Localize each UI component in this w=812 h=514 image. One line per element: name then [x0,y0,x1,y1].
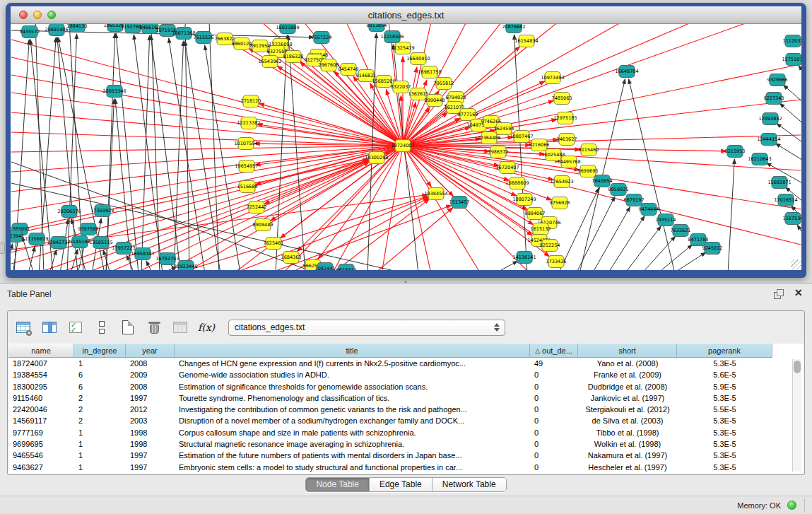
delete-column-icon[interactable] [144,317,164,337]
window-title: citations_edges.txt [11,10,801,21]
svg-text:19654957: 19654957 [235,163,258,169]
table-row[interactable]: 1872400712008Changes of HCN gene express… [8,358,804,369]
tab-network-table[interactable]: Network Table [433,478,506,491]
window-title-bar[interactable]: citations_edges.txt [11,6,801,24]
svg-text:19384554: 19384554 [424,191,447,197]
table-cell: 2 [74,392,126,404]
table-row[interactable]: 911546021997Tourette syndrome. Phenomeno… [8,392,804,404]
column-header-year[interactable]: year [126,344,175,358]
dropdown-arrows-icon [494,323,500,332]
svg-text:12444154: 12444154 [757,136,780,142]
svg-text:1615132: 1615132 [531,226,551,232]
svg-text:15692071: 15692071 [767,180,791,185]
svg-text:20691406: 20691406 [45,27,68,33]
delete-table-icon[interactable] [170,317,190,337]
table-row[interactable]: 1456911722003Disruption of a novel membe… [8,415,804,426]
column-visibility-icon[interactable] [40,317,59,337]
table-mode-icon[interactable] [13,317,33,337]
hidden-panel-tab[interactable] [0,243,5,254]
table-row[interactable]: 946554611997Estimation of the future num… [8,450,804,461]
column-header-short[interactable]: short [578,344,677,358]
svg-text:11156829: 11156829 [25,236,48,242]
svg-text:8454749: 8454749 [339,66,359,72]
svg-text:3624594: 3624594 [494,126,514,132]
table-cell: Wolkin et al. (1998) [578,438,677,450]
row-height-icon[interactable] [92,317,112,337]
table-cell: 18300295 [8,381,74,392]
svg-text:2935114: 2935114 [656,217,676,223]
svg-text:7252442: 7252442 [247,204,267,210]
float-window-icon[interactable] [774,289,784,299]
svg-text:10973493: 10973493 [541,75,564,81]
table-cell: 1 [74,438,126,450]
new-column-icon[interactable] [118,317,138,337]
table-row[interactable]: 1938455462009Genome-wide association stu… [8,369,804,380]
svg-text:9435572: 9435572 [20,29,40,35]
svg-text:14136141: 14136141 [512,255,536,260]
table-cell: Yano et al. (2008) [578,358,677,369]
tab-node-table[interactable]: Node Table [306,478,370,491]
svg-text:7986372: 7986372 [488,149,509,155]
table-row[interactable]: 969969511998Structural magnetic resonanc… [8,438,804,450]
function-builder-icon[interactable]: f(x) [196,317,216,337]
table-row[interactable]: 2242004622012Investigating the contribut… [8,404,804,415]
table-row[interactable]: 1830029562008Estimation of significance … [8,381,804,392]
table-cell: 1997 [126,462,175,473]
svg-text:1167534: 1167534 [783,216,801,221]
svg-text:11325419: 11325419 [391,45,414,51]
row-selection-icon[interactable]: ✓✓ [66,317,86,337]
svg-text:10807467: 10807467 [510,134,533,139]
resize-grip-icon[interactable] [791,259,801,269]
table-panel: Table Panel × ✓✓ f(x) citations_edges.tx… [0,283,812,514]
table-cell: Changes of HCN gene expression and I(f) … [175,358,530,369]
svg-text:8958925: 8958925 [608,187,629,192]
svg-text:15685209: 15685209 [372,78,395,84]
table-cell: 2008 [126,381,175,392]
svg-text:1884130: 1884130 [67,24,88,29]
svg-text:16720407: 16720407 [495,165,519,170]
table-cell: Disruption of a novel member of a sodium… [175,415,530,426]
table-row[interactable]: 946362711997Embryonic stem cells: a mode… [8,462,804,473]
svg-text:1733426: 1733426 [546,259,567,264]
table-cell: 0 [530,462,578,473]
table-cell: 22420046 [8,404,74,415]
svg-text:16033809: 16033809 [276,25,299,30]
svg-text:8186328: 8186328 [283,54,304,59]
svg-text:20053346: 20053346 [102,88,126,94]
svg-text:8912954: 8912954 [250,43,271,49]
column-header-title[interactable]: title [175,344,530,358]
svg-text:8909489: 8909489 [253,222,273,228]
column-header-in_degree[interactable]: in_degree [74,344,126,358]
svg-text:9245012: 9245012 [702,245,723,251]
svg-text:8322037: 8322037 [391,84,411,90]
svg-text:17957223: 17957223 [112,245,135,251]
svg-text:16640910: 16640910 [406,56,430,62]
column-header-name[interactable]: name [8,344,74,358]
tab-edge-table[interactable]: Edge Table [370,478,433,491]
close-icon[interactable]: × [794,286,802,300]
table-cell: 5.3E-5 [677,438,772,450]
vertical-scrollbar[interactable] [792,359,801,472]
table-cell: Corpus callosum shape and size in male p… [175,427,530,438]
svg-text:14495768: 14495768 [557,159,580,165]
scrollbar-thumb[interactable] [794,361,801,373]
svg-text:7625461: 7625461 [264,240,284,246]
svg-text:9860124: 9860124 [232,41,252,47]
svg-text:20876682: 20876682 [502,24,525,30]
column-header-pagerank[interactable]: pagerank [677,344,772,358]
svg-text:7485063: 7485063 [552,95,572,101]
table-select-dropdown[interactable]: citations_edges.txt [228,320,505,336]
svg-text:12093832: 12093832 [758,116,782,122]
table-cell: 1 [74,450,126,461]
svg-text:7632621: 7632621 [671,228,691,233]
svg-text:9397588: 9397588 [78,226,99,232]
column-header-out_de[interactable]: △out_de... [530,344,578,358]
table-header-row: namein_degreeyeartitle△out_de...shortpag… [8,344,804,358]
svg-text:9115460: 9115460 [579,147,599,153]
table-cell: 2009 [126,369,175,380]
network-canvas[interactable]: 9860124891295412226058932750816543962818… [11,24,801,270]
network-svg[interactable]: 9860124891295412226058932750816543962818… [11,24,801,270]
table-cell: Embryonic stem cells: a model to study s… [175,462,530,473]
table-row[interactable]: 977716911998Corpus callosum shape and si… [8,427,804,438]
status-bar: Memory: OK [0,496,812,514]
